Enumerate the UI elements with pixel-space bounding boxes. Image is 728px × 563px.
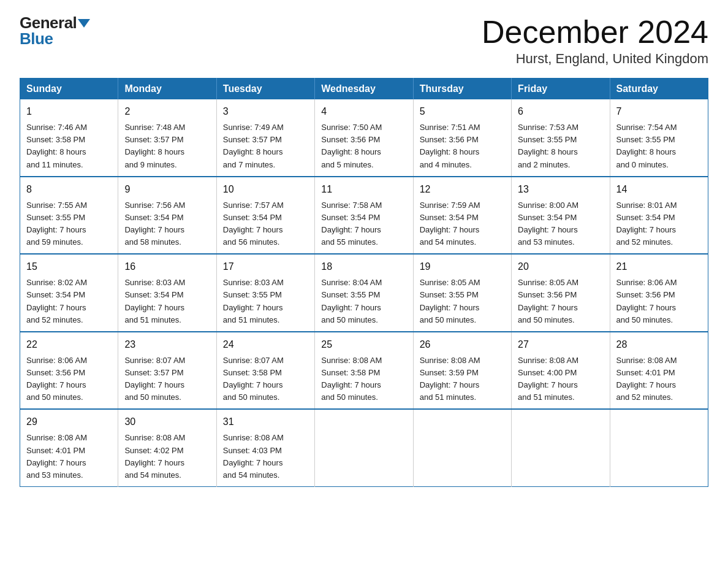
day-number: 9 bbox=[124, 182, 210, 197]
day-info: Sunrise: 8:06 AMSunset: 3:56 PMDaylight:… bbox=[616, 278, 677, 324]
day-info: Sunrise: 8:08 AMSunset: 3:58 PMDaylight:… bbox=[321, 356, 382, 402]
day-cell: 4 Sunrise: 7:50 AMSunset: 3:56 PMDayligh… bbox=[315, 99, 413, 177]
day-cell: 11 Sunrise: 7:58 AMSunset: 3:54 PMDaylig… bbox=[315, 177, 413, 255]
day-number: 30 bbox=[124, 415, 210, 429]
day-info: Sunrise: 8:07 AMSunset: 3:57 PMDaylight:… bbox=[124, 356, 185, 402]
col-monday: Monday bbox=[118, 79, 216, 100]
day-number: 10 bbox=[223, 182, 308, 197]
day-cell: 13 Sunrise: 8:00 AMSunset: 3:54 PMDaylig… bbox=[512, 177, 610, 255]
day-cell: 20 Sunrise: 8:05 AMSunset: 3:56 PMDaylig… bbox=[512, 254, 610, 332]
day-info: Sunrise: 8:04 AMSunset: 3:55 PMDaylight:… bbox=[321, 278, 382, 324]
day-cell bbox=[610, 409, 708, 486]
col-saturday: Saturday bbox=[610, 79, 708, 100]
day-cell: 10 Sunrise: 7:57 AMSunset: 3:54 PMDaylig… bbox=[216, 177, 314, 255]
day-cell: 16 Sunrise: 8:03 AMSunset: 3:54 PMDaylig… bbox=[118, 254, 216, 332]
day-info: Sunrise: 7:58 AMSunset: 3:54 PMDaylight:… bbox=[321, 201, 382, 247]
day-cell: 1 Sunrise: 7:46 AMSunset: 3:58 PMDayligh… bbox=[20, 99, 118, 177]
day-number: 18 bbox=[321, 259, 406, 274]
day-info: Sunrise: 7:56 AMSunset: 3:54 PMDaylight:… bbox=[124, 201, 185, 247]
day-cell: 5 Sunrise: 7:51 AMSunset: 3:56 PMDayligh… bbox=[413, 99, 511, 177]
day-info: Sunrise: 8:00 AMSunset: 3:54 PMDaylight:… bbox=[518, 201, 578, 247]
week-row-4: 22 Sunrise: 8:06 AMSunset: 3:56 PMDaylig… bbox=[20, 332, 708, 410]
location-title: Hurst, England, United Kingdom bbox=[482, 51, 708, 67]
day-cell: 26 Sunrise: 8:08 AMSunset: 3:59 PMDaylig… bbox=[413, 332, 511, 410]
day-info: Sunrise: 8:06 AMSunset: 3:56 PMDaylight:… bbox=[26, 356, 87, 402]
day-number: 11 bbox=[321, 182, 406, 197]
day-number: 12 bbox=[420, 182, 505, 197]
day-info: Sunrise: 7:54 AMSunset: 3:55 PMDaylight:… bbox=[616, 123, 677, 169]
day-number: 29 bbox=[26, 415, 112, 429]
day-cell: 19 Sunrise: 8:05 AMSunset: 3:55 PMDaylig… bbox=[413, 254, 511, 332]
day-cell: 12 Sunrise: 7:59 AMSunset: 3:54 PMDaylig… bbox=[413, 177, 511, 255]
day-cell: 24 Sunrise: 8:07 AMSunset: 3:58 PMDaylig… bbox=[216, 332, 314, 410]
col-sunday: Sunday bbox=[20, 79, 118, 100]
logo-triangle-icon bbox=[78, 19, 90, 28]
day-cell bbox=[413, 409, 511, 486]
day-info: Sunrise: 8:08 AMSunset: 4:02 PMDaylight:… bbox=[124, 433, 185, 479]
day-number: 6 bbox=[518, 104, 603, 119]
day-cell: 7 Sunrise: 7:54 AMSunset: 3:55 PMDayligh… bbox=[610, 99, 708, 177]
day-number: 3 bbox=[223, 104, 308, 119]
page: General Blue December 2024 Hurst, Englan… bbox=[0, 0, 728, 507]
day-number: 28 bbox=[616, 337, 702, 352]
col-thursday: Thursday bbox=[413, 79, 511, 100]
day-cell: 29 Sunrise: 8:08 AMSunset: 4:01 PMDaylig… bbox=[20, 409, 118, 486]
week-row-1: 1 Sunrise: 7:46 AMSunset: 3:58 PMDayligh… bbox=[20, 99, 708, 177]
week-row-2: 8 Sunrise: 7:55 AMSunset: 3:55 PMDayligh… bbox=[20, 177, 708, 255]
day-cell: 14 Sunrise: 8:01 AMSunset: 3:54 PMDaylig… bbox=[610, 177, 708, 255]
day-info: Sunrise: 8:07 AMSunset: 3:58 PMDaylight:… bbox=[223, 356, 284, 402]
day-number: 24 bbox=[223, 337, 308, 352]
day-info: Sunrise: 8:03 AMSunset: 3:55 PMDaylight:… bbox=[223, 278, 284, 324]
day-cell: 27 Sunrise: 8:08 AMSunset: 4:00 PMDaylig… bbox=[512, 332, 610, 410]
day-number: 1 bbox=[26, 104, 112, 119]
day-info: Sunrise: 8:08 AMSunset: 4:01 PMDaylight:… bbox=[26, 433, 87, 479]
col-tuesday: Tuesday bbox=[216, 79, 314, 100]
day-cell: 8 Sunrise: 7:55 AMSunset: 3:55 PMDayligh… bbox=[20, 177, 118, 255]
day-info: Sunrise: 7:53 AMSunset: 3:55 PMDaylight:… bbox=[518, 123, 578, 169]
header-row: Sunday Monday Tuesday Wednesday Thursday… bbox=[20, 79, 708, 100]
day-cell: 22 Sunrise: 8:06 AMSunset: 3:56 PMDaylig… bbox=[20, 332, 118, 410]
day-number: 17 bbox=[223, 259, 308, 274]
day-cell bbox=[315, 409, 413, 486]
day-info: Sunrise: 7:49 AMSunset: 3:57 PMDaylight:… bbox=[223, 123, 284, 169]
day-info: Sunrise: 8:08 AMSunset: 3:59 PMDaylight:… bbox=[420, 356, 480, 402]
day-cell: 25 Sunrise: 8:08 AMSunset: 3:58 PMDaylig… bbox=[315, 332, 413, 410]
logo-general-line: General bbox=[20, 15, 90, 31]
day-number: 13 bbox=[518, 182, 603, 197]
day-number: 2 bbox=[124, 104, 210, 119]
day-number: 4 bbox=[321, 104, 406, 119]
day-cell: 28 Sunrise: 8:08 AMSunset: 4:01 PMDaylig… bbox=[610, 332, 708, 410]
day-info: Sunrise: 7:55 AMSunset: 3:55 PMDaylight:… bbox=[26, 201, 87, 247]
day-info: Sunrise: 7:46 AMSunset: 3:58 PMDaylight:… bbox=[26, 123, 87, 169]
day-number: 15 bbox=[26, 259, 112, 274]
day-info: Sunrise: 7:57 AMSunset: 3:54 PMDaylight:… bbox=[223, 201, 284, 247]
day-info: Sunrise: 8:05 AMSunset: 3:56 PMDaylight:… bbox=[518, 278, 578, 324]
day-cell: 9 Sunrise: 7:56 AMSunset: 3:54 PMDayligh… bbox=[118, 177, 216, 255]
day-info: Sunrise: 8:08 AMSunset: 4:03 PMDaylight:… bbox=[223, 433, 284, 479]
day-number: 23 bbox=[124, 337, 210, 352]
header: General Blue December 2024 Hurst, Englan… bbox=[20, 15, 708, 67]
day-info: Sunrise: 8:08 AMSunset: 4:00 PMDaylight:… bbox=[518, 356, 578, 402]
day-cell bbox=[512, 409, 610, 486]
day-number: 14 bbox=[616, 182, 702, 197]
title-block: December 2024 Hurst, England, United Kin… bbox=[482, 15, 708, 67]
day-cell: 3 Sunrise: 7:49 AMSunset: 3:57 PMDayligh… bbox=[216, 99, 314, 177]
day-info: Sunrise: 7:51 AMSunset: 3:56 PMDaylight:… bbox=[420, 123, 480, 169]
day-cell: 2 Sunrise: 7:48 AMSunset: 3:57 PMDayligh… bbox=[118, 99, 216, 177]
day-info: Sunrise: 8:03 AMSunset: 3:54 PMDaylight:… bbox=[124, 278, 185, 324]
day-info: Sunrise: 8:05 AMSunset: 3:55 PMDaylight:… bbox=[420, 278, 480, 324]
logo-blue-text: Blue bbox=[20, 29, 53, 48]
day-number: 5 bbox=[420, 104, 505, 119]
day-number: 16 bbox=[124, 259, 210, 274]
day-info: Sunrise: 7:50 AMSunset: 3:56 PMDaylight:… bbox=[321, 123, 382, 169]
day-info: Sunrise: 8:01 AMSunset: 3:54 PMDaylight:… bbox=[616, 201, 677, 247]
col-wednesday: Wednesday bbox=[315, 79, 413, 100]
day-number: 21 bbox=[616, 259, 702, 274]
day-info: Sunrise: 7:59 AMSunset: 3:54 PMDaylight:… bbox=[420, 201, 480, 247]
day-cell: 21 Sunrise: 8:06 AMSunset: 3:56 PMDaylig… bbox=[610, 254, 708, 332]
day-number: 25 bbox=[321, 337, 406, 352]
day-info: Sunrise: 8:02 AMSunset: 3:54 PMDaylight:… bbox=[26, 278, 87, 324]
day-number: 8 bbox=[26, 182, 112, 197]
col-friday: Friday bbox=[512, 79, 610, 100]
day-info: Sunrise: 7:48 AMSunset: 3:57 PMDaylight:… bbox=[124, 123, 185, 169]
